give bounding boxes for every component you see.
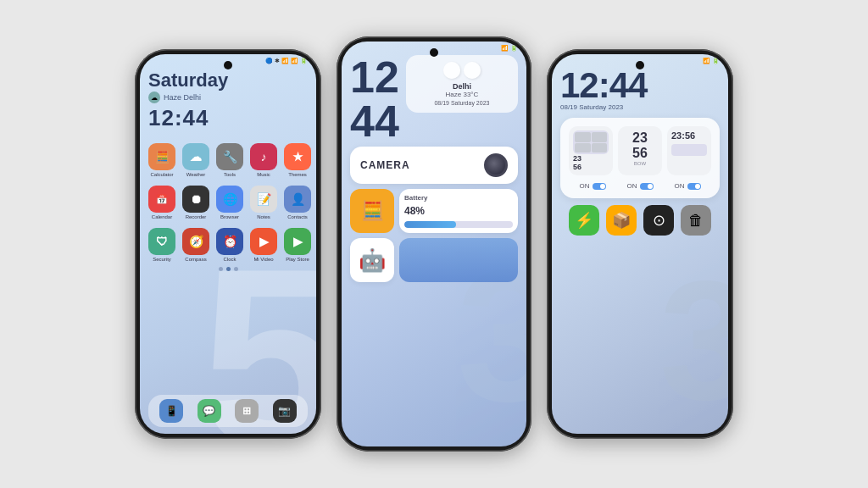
dock-icon-phone: 📱: [159, 399, 183, 423]
phone-1-screen: 🔵 ✱ 📶 📶 🔋 5 Saturday ☁ Haze Delhi 12:44 …: [140, 54, 316, 434]
app-notes[interactable]: 📝 Notes: [250, 186, 277, 219]
app-mivideo[interactable]: ▶ Mi Video: [250, 228, 277, 262]
cw-time-2: 2356: [632, 130, 648, 161]
p2-condition: Haze 33°C: [446, 91, 479, 98]
on-label-3: ON: [675, 182, 685, 190]
clock-widgets-grid: 2356 2356 BOW 23:56: [569, 126, 711, 175]
app-themes[interactable]: ★ Themes: [284, 143, 311, 177]
app-label-themes: Themes: [288, 172, 307, 177]
p1-header: Saturday ☁ Haze Delhi 12:44: [148, 69, 308, 131]
app-clock[interactable]: ⏰ Clock: [216, 228, 243, 262]
p3-time-big: 12:44: [560, 68, 720, 103]
dock-icon-box-symbol: 📦: [612, 211, 631, 230]
phone-3: 📶 🔋 3 12:44 08/19 Saturday 2023: [547, 49, 733, 439]
app-icon-compass: 🧭: [182, 228, 209, 255]
on-item-3: ON: [675, 182, 701, 190]
app-icon-music: ♪: [250, 143, 277, 170]
app-security[interactable]: 🛡 Security: [148, 228, 175, 262]
clock-widget-time2: 23:56: [667, 126, 711, 175]
app-icon-playstore: ▶: [284, 228, 311, 255]
dot-2-active: [226, 267, 231, 271]
app-contacts[interactable]: 👤 Contacts: [284, 186, 311, 219]
phone2-content: 12 44 Delhi Haze 33°C 08/19 Saturday 202…: [342, 42, 526, 446]
dock-camera[interactable]: 📷: [273, 399, 297, 423]
battery-label: Battery: [404, 194, 513, 202]
on-toggle-1[interactable]: [593, 183, 606, 190]
p2-dot-2: [464, 62, 481, 79]
dock-phone[interactable]: 📱: [159, 399, 183, 423]
app-browser[interactable]: 🌐 Browser: [216, 186, 243, 219]
cw-label-2: BOW: [634, 161, 646, 166]
clock-widget-time: 2356 BOW: [618, 126, 662, 175]
app-icon-calendar: 📅: [148, 186, 175, 213]
on-label-1: ON: [580, 182, 590, 190]
p2-date: 08/19 Saturday 2023: [434, 100, 489, 106]
p1-weather-text: Haze Delhi: [164, 93, 201, 102]
app-music[interactable]: ♪ Music: [250, 143, 277, 177]
p1-day: Saturday: [148, 69, 308, 92]
dock-messages[interactable]: 💬: [198, 399, 221, 423]
app-calculator[interactable]: 🧮 Calculator: [148, 143, 175, 177]
dock-icon-circle-3[interactable]: ⊙: [643, 205, 674, 236]
app-label-calculator: Calculator: [150, 172, 173, 177]
app-label-music: Music: [257, 172, 270, 177]
dock-icon-messages: 💬: [198, 399, 221, 423]
dock-1: 📱 💬 ⊞ 📷: [148, 395, 308, 427]
app-playstore[interactable]: ▶ Play Store: [284, 228, 311, 262]
app-icon-weather: ☁: [182, 143, 209, 170]
app-calendar[interactable]: 📅 Calendar: [148, 186, 175, 219]
app-icon-clock: ⏰: [216, 228, 243, 255]
dot-1: [219, 267, 223, 271]
app-dock-row-3: ⚡ 📦 ⊙ 🗑: [560, 205, 720, 236]
app-widget-orange-icon: 🧮: [361, 200, 384, 222]
app-icon-browser: 🌐: [216, 186, 243, 213]
app-grid-row1: 🧮 Calculator ☁ Weather 🔧 Tools ♪ Music ★: [148, 143, 308, 177]
blue-widget: [399, 238, 518, 282]
app-tools[interactable]: 🔧 Tools: [216, 143, 243, 177]
app-label-compass: Compass: [185, 257, 206, 262]
app-grid-row2: 📅 Calendar ⏺ Recorder 🌐 Browser 📝 Notes …: [148, 186, 308, 219]
status-icons-1: 🔵 ✱ 📶 📶 🔋: [265, 58, 308, 64]
battery-bar-bg: [404, 221, 513, 228]
p2-hour: 12: [350, 55, 399, 99]
app-label-contacts: Contacts: [287, 214, 308, 219]
dock-icon-box-3[interactable]: 📦: [606, 205, 637, 236]
app-icon-security: 🛡: [148, 228, 175, 255]
phone1-content: Saturday ☁ Haze Delhi 12:44 🧮 Calculator…: [140, 54, 316, 434]
on-toggle-2[interactable]: [640, 183, 654, 190]
phone-2: 📶 🔋 3 12 44 Delhi Haze 33°C 08/19 Saturd: [337, 36, 531, 452]
cw-grid-icon: [573, 130, 609, 154]
dock-icon-trash-3[interactable]: 🗑: [681, 205, 711, 236]
cw-bar: [671, 144, 707, 156]
widgets-row-1: 🧮 Battery 48%: [350, 189, 518, 233]
p1-weather-row: ☁ Haze Delhi: [148, 92, 308, 103]
app-widget-orange[interactable]: 🧮: [350, 189, 394, 233]
app-icon-contacts: 👤: [284, 186, 311, 213]
battery-widget: Battery 48%: [399, 189, 518, 233]
cw-time-3: 23:56: [671, 130, 707, 141]
face-widget[interactable]: 🤖: [350, 238, 394, 282]
widgets-row-2: 🤖: [350, 238, 518, 282]
status-icons-2: 📶 🔋: [501, 45, 518, 52]
p1-time: 12:44: [148, 105, 308, 131]
dock-launcher[interactable]: ⊞: [235, 399, 259, 423]
phone-2-screen: 📶 🔋 3 12 44 Delhi Haze 33°C 08/19 Saturd: [342, 42, 526, 446]
app-compass[interactable]: 🧭 Compass: [182, 228, 209, 262]
camera-widget[interactable]: CAMERA: [350, 147, 518, 184]
app-label-calendar: Calendar: [152, 214, 172, 219]
page-dots-1: [148, 267, 308, 271]
battery-pct: 48%: [404, 205, 513, 217]
on-toggle-3[interactable]: [687, 183, 701, 190]
on-item-2: ON: [627, 182, 654, 190]
phone-1: 🔵 ✱ 📶 📶 🔋 5 Saturday ☁ Haze Delhi 12:44 …: [135, 49, 321, 439]
camera-lens-icon: [484, 153, 508, 177]
app-weather[interactable]: ☁ Weather: [182, 143, 209, 177]
app-icon-tools: 🔧: [216, 143, 243, 170]
app-recorder[interactable]: ⏺ Recorder: [182, 186, 209, 219]
app-icon-recorder: ⏺: [182, 186, 209, 213]
dot-3: [234, 267, 238, 271]
grid-cell-2: [592, 132, 608, 142]
p2-time-big: 12 44: [350, 55, 399, 143]
dock-icon-battery-3[interactable]: ⚡: [569, 205, 599, 236]
grid-cell-3: [575, 143, 591, 153]
